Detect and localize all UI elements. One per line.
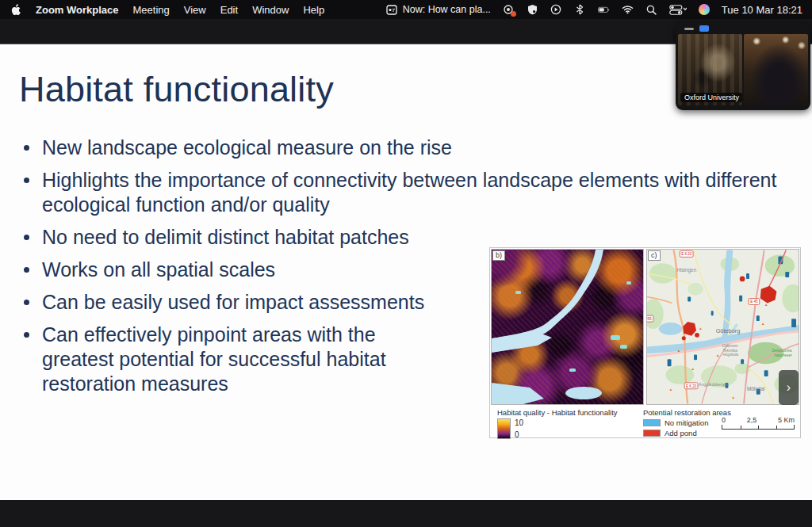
streetmap-graphic: ▲▲▲ ▲▲▲ ▲▲ Hisingen Göteborg Chalmers Te… [647, 250, 799, 404]
scalebar-tick [741, 426, 741, 429]
menubar: Zoom Workplace Meeting View Edit Window … [0, 0, 812, 19]
map-label-chalmers-3: Högskola [723, 353, 739, 357]
svg-text:▲: ▲ [676, 349, 680, 353]
bullet-text: No need to delimit distinct habitat patc… [42, 226, 409, 248]
control-center-icon[interactable] [669, 4, 687, 16]
no-mitigation-label: No mitigation [665, 418, 708, 427]
svg-text:▲: ▲ [716, 353, 720, 357]
map-label-hisingen: Hisingen [676, 267, 696, 273]
add-pond-label: Add pond [665, 429, 697, 437]
siri-icon[interactable] [699, 4, 710, 15]
bullet-dot [24, 332, 29, 338]
minimize-icon[interactable] [684, 28, 694, 30]
wifi-icon[interactable] [622, 4, 634, 16]
svg-text:▲: ▲ [669, 388, 673, 391]
scale-start: 0 [722, 416, 726, 424]
habitat-quality-heatmap: b) [491, 249, 644, 405]
bullet-dot [24, 300, 29, 305]
calendar-event-icon [386, 4, 398, 16]
map-label-reserve-2: naturreser [774, 353, 792, 357]
road-badge-e620-top: E 6.20 [681, 252, 692, 256]
bullet-text: Can be easily used for impact assessment… [42, 291, 424, 313]
video-window-header[interactable] [676, 21, 810, 34]
legend-b-title: Habitat quality - Habitat functionality [497, 408, 638, 417]
participant-name-label: Oxford University [680, 93, 742, 102]
svg-text:▲: ▲ [731, 395, 735, 399]
legend-habitat-quality: Habitat quality - Habitat functionality … [491, 407, 638, 437]
menu-edit[interactable]: Edit [220, 4, 238, 16]
svg-text:▲: ▲ [699, 327, 703, 330]
battery-icon[interactable] [598, 4, 610, 16]
bullet-text: Can effectively pinpoint areas with the … [42, 323, 386, 395]
panel-c-label: c) [648, 250, 661, 261]
bullet-dot [24, 178, 29, 183]
map-label-goteborg: Göteborg [716, 327, 741, 334]
view-toggle-button[interactable] [699, 25, 709, 32]
map-label-anggardsbergen: Änggårdsbergen [699, 382, 729, 387]
video-thumbnail-window[interactable]: Oxford University [676, 21, 810, 110]
map-label-chalmers-1: Chalmers [722, 344, 739, 348]
colorbar-max: 10 [515, 418, 523, 427]
map-scalebar: 0 2,5 5 Km [722, 416, 795, 430]
scalebar-tick [776, 426, 777, 429]
bullet-dot [24, 145, 29, 151]
figure-legend: Habitat quality - Habitat functionality … [491, 407, 799, 437]
menubar-clock[interactable]: Tue 10 Mar 18:21 [722, 4, 802, 16]
bullet-item: Highlights the importance of connectivit… [22, 168, 812, 217]
road-badge-e620-bottom: E 6.20 [686, 384, 697, 388]
svg-text:▲: ▲ [764, 303, 768, 307]
scalebar-tick [758, 426, 759, 429]
calendar-now-text: Now: How can pla... [403, 4, 491, 15]
play-circle-icon[interactable] [550, 4, 562, 16]
no-mitigation-swatch [643, 419, 661, 426]
calendar-now-item[interactable]: Now: How can pla... [386, 4, 491, 16]
road-badge-e45: E 45 [750, 300, 758, 304]
restoration-streetmap: ▲▲▲ ▲▲▲ ▲▲ Hisingen Göteborg Chalmers Te… [646, 249, 799, 405]
menubar-app-name[interactable]: Zoom Workplace [36, 4, 119, 16]
menu-meeting[interactable]: Meeting [133, 4, 170, 16]
map-label-molndal: Mölndal [747, 386, 764, 391]
scale-end: 5 Km [778, 416, 795, 424]
road-badge-255: 255 [647, 317, 652, 321]
habitat-maps-figure: b) [489, 247, 801, 438]
svg-text:▲: ▲ [761, 322, 765, 326]
menu-window[interactable]: Window [252, 4, 289, 16]
menu-view[interactable]: View [184, 4, 206, 16]
bullet-text: Highlights the importance of connectivit… [42, 169, 776, 216]
menu-help[interactable]: Help [303, 4, 324, 16]
map-label-reserve-1: Delsjöomra [772, 349, 792, 353]
shield-icon[interactable] [527, 4, 538, 16]
bullet-dot [24, 267, 29, 273]
add-pond-swatch [643, 430, 661, 437]
bullet-item: Can effectively pinpoint areas with the … [22, 323, 403, 396]
participant-video-speaker[interactable] [744, 34, 808, 105]
heatmap-colorbar [497, 418, 511, 439]
apple-logo-icon[interactable] [10, 4, 21, 16]
expand-panel-chevron-button[interactable]: › [779, 370, 799, 405]
search-icon[interactable] [645, 4, 657, 16]
bluetooth-icon[interactable] [574, 4, 586, 16]
bullet-item: New landscape ecological measure on the … [22, 136, 812, 160]
scale-mid: 2,5 [747, 416, 757, 424]
participant-video-room[interactable]: Oxford University [678, 34, 742, 105]
screen-record-icon[interactable] [503, 4, 515, 16]
scalebar-line [722, 425, 795, 430]
map-label-chalmers-2: Tekniska [723, 349, 738, 353]
recording-dot [511, 11, 516, 17]
panel-b-label: b) [492, 250, 505, 261]
desktop: Zoom Workplace Meeting View Edit Window … [0, 0, 812, 527]
svg-text:▲: ▲ [691, 367, 695, 371]
legend-restoration: Potential restoration areas No mitigatio… [638, 407, 799, 437]
bullet-item: No need to delimit distinct habitat patc… [22, 225, 812, 250]
river-overlay [492, 250, 643, 404]
bullet-text: New landscape ecological measure on the … [42, 136, 452, 158]
bullet-text: Works on all spatial scales [42, 258, 275, 281]
slide-title: Habitat functionality [19, 68, 334, 111]
colorbar-min: 0 [515, 430, 523, 439]
bullet-dot [24, 235, 29, 240]
